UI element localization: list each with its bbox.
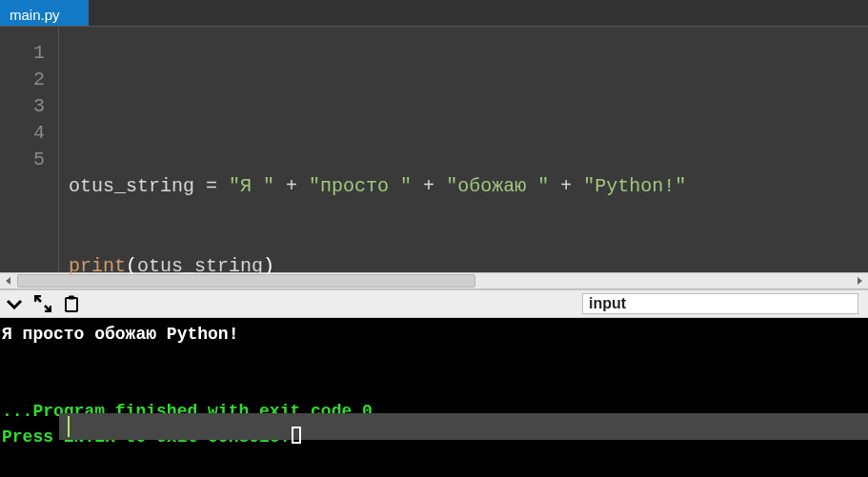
scroll-track[interactable] <box>17 273 851 288</box>
line-number: 1 <box>0 40 45 67</box>
code-line-2: otus_string = "Я " + "просто " + "обожаю… <box>69 173 862 200</box>
line-number-gutter: 1 2 3 4 5 <box>0 27 59 272</box>
token-operator: + <box>549 175 583 197</box>
code-editor[interactable]: 1 2 3 4 5 otus_string = "Я " + "просто "… <box>0 27 868 272</box>
token-string: "просто " <box>309 175 412 197</box>
line-number: 2 <box>0 67 45 93</box>
token-operator: = <box>194 175 229 197</box>
chevron-down-icon <box>6 298 23 309</box>
fullscreen-button[interactable] <box>29 289 57 318</box>
line-number: 5 <box>0 147 45 173</box>
token-identifier: otus_string <box>69 175 194 197</box>
token-operator: + <box>274 175 309 197</box>
horizontal-scrollbar[interactable] <box>0 272 868 289</box>
tab-label: main.py <box>10 7 60 23</box>
token-string: "Я " <box>229 175 274 197</box>
editor-caret <box>68 416 70 437</box>
line-number: 3 <box>0 93 45 120</box>
collapse-button[interactable] <box>0 289 29 318</box>
token-string: "обожаю " <box>446 175 549 197</box>
line-number: 4 <box>0 120 45 147</box>
token-operator: + <box>412 175 446 197</box>
console-cursor <box>292 427 301 444</box>
token-string: "Python!" <box>583 175 686 197</box>
scroll-thumb[interactable] <box>17 274 475 288</box>
code-area[interactable]: otus_string = "Я " + "просто " + "обожаю… <box>59 27 868 272</box>
tab-main-py[interactable]: main.py <box>0 0 89 26</box>
code-line-1 <box>69 93 862 120</box>
triangle-left-icon <box>5 277 12 285</box>
svg-marker-0 <box>6 277 10 285</box>
code-line-4 <box>69 333 862 360</box>
tab-strip: main.py <box>0 0 868 27</box>
scroll-left-button[interactable] <box>0 273 17 288</box>
code-line-5 <box>59 413 868 440</box>
expand-icon <box>34 295 51 312</box>
